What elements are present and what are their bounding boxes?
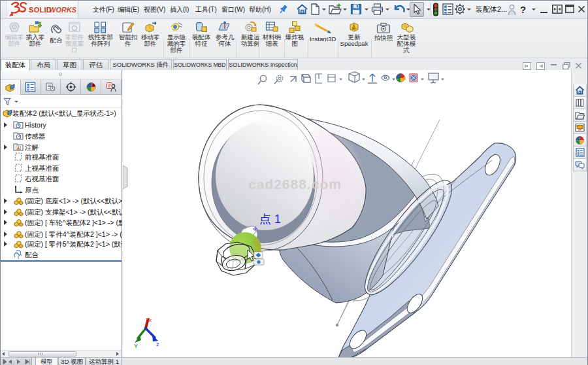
svg-text:z: z [156, 341, 159, 347]
svg-text:cad2688.com: cad2688.com [248, 177, 342, 192]
svg-text:WORKS: WORKS [49, 6, 77, 14]
svg-text:SOLID: SOLID [29, 6, 52, 14]
svg-text:点 1: 点 1 [259, 213, 281, 226]
svg-text:A: A [17, 146, 20, 150]
svg-text:Y: Y [134, 343, 138, 349]
svg-text:x: x [149, 317, 152, 323]
